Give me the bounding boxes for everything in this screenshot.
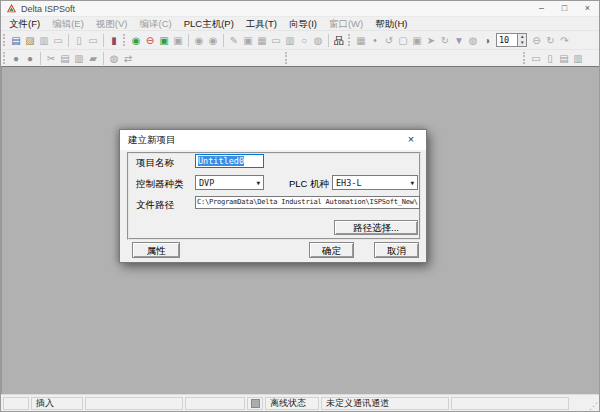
plc-model-select[interactable]: EH3-L ▼	[332, 175, 418, 190]
stop-monitor-icon[interactable]: ◉	[206, 33, 220, 48]
register-table-icon[interactable]: ▦	[255, 33, 269, 48]
redo-jump-icon[interactable]: ↷	[557, 33, 571, 48]
dialog-title-bar: 建立新项目 ×	[120, 130, 426, 150]
controller-type-select[interactable]: DVP ▼	[195, 175, 264, 190]
dialog-close-button[interactable]: ×	[396, 130, 426, 150]
properties-button[interactable]: 属性	[132, 242, 180, 258]
zoom-level-input[interactable]	[497, 34, 517, 46]
online-mode-icon[interactable]: ◉	[129, 33, 143, 48]
network-structure-icon[interactable]: 品	[332, 33, 346, 48]
zoom-level-field: ▲ ▼	[496, 33, 527, 47]
unlock-icon[interactable]: ▢	[396, 33, 410, 48]
output-panel-icon[interactable]: ▯	[543, 51, 557, 66]
cut-icon[interactable]: ✂	[44, 51, 58, 66]
monitor-panel-icon[interactable]: ▥	[571, 51, 585, 66]
window-controls: – □ ×	[530, 1, 599, 16]
undo-icon[interactable]: ●	[9, 51, 23, 66]
find-replace-icon[interactable]: ⇄	[121, 51, 135, 66]
edit-toolbar: ●●✂▤▥▰◍⇄ ▭▯▤▥	[1, 49, 599, 66]
ispsoft-window: Delta ISPSoft – □ × 文件(F)编辑(E)视图(V)编译(C)…	[0, 0, 600, 412]
toolbar-separator	[223, 34, 224, 47]
paste-icon[interactable]: ▥	[72, 51, 86, 66]
status-cell-blank-4	[451, 397, 569, 410]
menu-wizard[interactable]: 向导(I)	[283, 17, 323, 31]
message-panel-icon[interactable]: ▤	[557, 51, 571, 66]
redo-icon[interactable]: ●	[23, 51, 37, 66]
file-path-input[interactable]: C:\ProgramData\Delta Industrial Automati…	[195, 196, 420, 209]
menu-window[interactable]: 窗口(W)	[323, 17, 369, 31]
menu-compile[interactable]: 编译(C)	[133, 17, 177, 31]
main-toolbar: ▤▨▥▭▯▭▮◉⊖▣▣◉◉✎▣▦▭▥○◍品▦•↺▢▣➤↻▼◍◑ ▲ ▼ ⊖↻↷	[1, 30, 599, 49]
menu-file[interactable]: 文件(F)	[3, 17, 46, 31]
syntax-check-icon[interactable]: ◍	[311, 33, 325, 48]
menu-plc[interactable]: PLC主机(P)	[178, 17, 240, 31]
status-bar: 插入离线状态未定义通讯通道	[1, 394, 599, 411]
main-toolbar-group: ▤▨▥▭▯▭▮◉⊖▣▣◉◉✎▣▦▭▥○◍品▦•↺▢▣➤↻▼◍◑	[1, 33, 494, 48]
ok-button[interactable]: 确定	[309, 242, 354, 258]
status-cell-channel: 未定义通讯通道	[321, 397, 449, 410]
zoom-out-icon[interactable]: ⊖	[529, 33, 543, 48]
save-icon[interactable]: ▥	[37, 33, 51, 48]
toolbar-grip	[523, 52, 526, 64]
lock-icon[interactable]: ▣	[410, 33, 424, 48]
menu-edit[interactable]: 编辑(E)	[46, 17, 90, 31]
toolbar-grip	[285, 52, 288, 64]
status-cell-blank-1	[3, 397, 29, 410]
erase-icon[interactable]: ▰	[86, 51, 100, 66]
find-icon[interactable]: ◍	[107, 51, 121, 66]
toolbar-separator	[328, 34, 329, 47]
rotate-left-icon[interactable]: ↺	[382, 33, 396, 48]
device-monitor-icon[interactable]: ▣	[241, 33, 255, 48]
upload-from-plc-icon[interactable]: ▣	[171, 33, 185, 48]
toolbar-grip	[348, 34, 351, 46]
close-button[interactable]: ×	[576, 1, 599, 16]
path-select-button[interactable]: 路径选择...	[334, 220, 418, 235]
project-name-input[interactable]: Untitled0	[195, 154, 264, 168]
instruction-book-icon[interactable]: ▮	[107, 33, 121, 48]
workspace-panel-icon[interactable]: ▭	[529, 51, 543, 66]
page-setup-icon[interactable]: ▯	[72, 33, 86, 48]
comment-icon[interactable]: ▭	[269, 33, 283, 48]
controller-type-value: DVP	[199, 178, 214, 188]
zoom-spinner: ▲ ▼	[517, 34, 526, 46]
status-cell-insert: 插入	[31, 397, 83, 410]
window-title: Delta ISPSoft	[21, 4, 75, 14]
start-monitor-icon[interactable]: ◉	[192, 33, 206, 48]
tip-bulb-icon[interactable]: ○	[297, 33, 311, 48]
download-to-plc-icon[interactable]: ▣	[157, 33, 171, 48]
memory-card-icon[interactable]: ▥	[283, 33, 297, 48]
print-icon[interactable]: ▭	[51, 33, 65, 48]
dot-icon[interactable]: •	[368, 33, 382, 48]
contrast-icon[interactable]: ◑	[480, 33, 494, 48]
resize-grip-icon[interactable]: ⋰	[589, 401, 598, 411]
project-name-label: 项目名称	[136, 157, 174, 170]
toolbar-separator	[103, 52, 104, 65]
status-cell-blank-2	[85, 397, 183, 410]
menu-help[interactable]: 帮助(H)	[369, 17, 413, 31]
edit-pencil-icon[interactable]: ✎	[227, 33, 241, 48]
menu-tools[interactable]: 工具(T)	[240, 17, 283, 31]
copy-icon[interactable]: ▤	[58, 51, 72, 66]
spinner-down-icon[interactable]: ▼	[518, 40, 526, 46]
plc-model-value: EH3-L	[336, 178, 362, 188]
world-icon[interactable]: ◍	[466, 33, 480, 48]
minimize-button[interactable]: –	[530, 1, 553, 16]
print-preview-icon[interactable]: ▭	[86, 33, 100, 48]
title-bar: Delta ISPSoft – □ ×	[1, 1, 599, 16]
toolbar-separator	[103, 34, 104, 47]
select-cursor-icon[interactable]: ➤	[424, 33, 438, 48]
zoom-refresh-icon[interactable]: ↻	[543, 33, 557, 48]
toolbar-grip	[3, 52, 6, 64]
open-project-icon[interactable]: ▨	[23, 33, 37, 48]
offline-mode-icon[interactable]: ⊖	[143, 33, 157, 48]
ladder-grid-icon[interactable]: ▦	[354, 33, 368, 48]
refresh-icon[interactable]: ↻	[438, 33, 452, 48]
maximize-button[interactable]: □	[553, 1, 576, 16]
file-path-label: 文件路径	[136, 199, 174, 212]
filter-funnel-icon[interactable]: ▼	[452, 33, 466, 48]
cancel-button[interactable]: 取消	[374, 242, 419, 258]
project-name-selected-text: Untitled0	[198, 156, 244, 166]
panel-toolbar-group: ▭▯▤▥	[521, 51, 585, 66]
menu-view[interactable]: 视图(V)	[90, 17, 134, 31]
new-project-icon[interactable]: ▤	[9, 33, 23, 48]
